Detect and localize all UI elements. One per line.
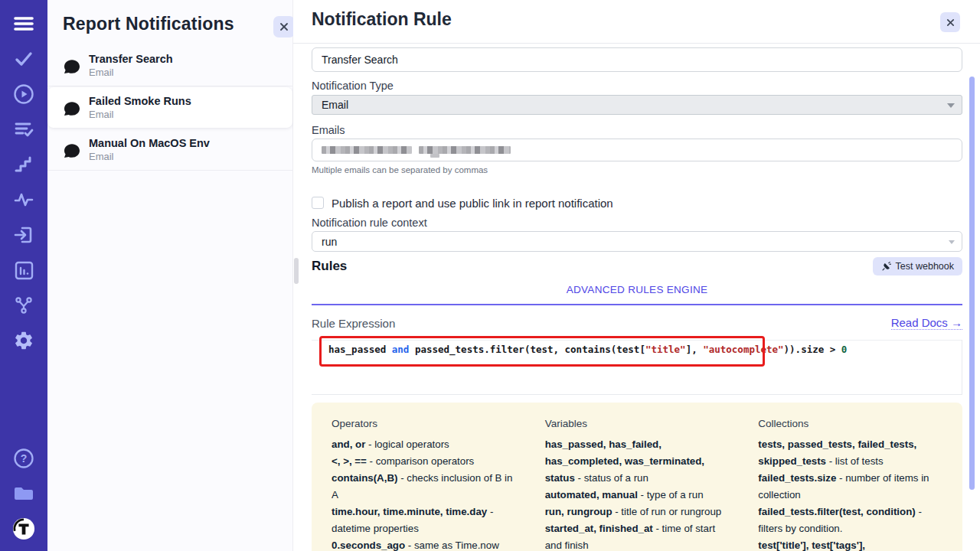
notification-item-type: Email xyxy=(89,67,173,78)
drawer-title: Report Notifications xyxy=(63,14,234,34)
context-select[interactable]: run xyxy=(312,231,962,252)
code-token-string: "autocomplete" xyxy=(703,344,783,355)
help-entry: test['title'], test['tags'], test['descr… xyxy=(758,537,942,551)
chevron-down-icon xyxy=(947,103,955,108)
notification-item-title: Failed Smoke Runs xyxy=(89,95,191,107)
notification-item-type: Email xyxy=(89,151,210,162)
form-content: Notification Type Email Emails Multiple … xyxy=(293,44,980,551)
help-entry: started_at, finished_at - time of start … xyxy=(545,520,730,551)
help-column-operators: Operatorsand, or - logical operators<, >… xyxy=(332,418,516,551)
emails-hint: Multiple emails can be separated by comm… xyxy=(312,165,962,176)
help-entry: failed_tests.size - number of items in c… xyxy=(758,470,942,504)
notification-item-type: Email xyxy=(89,109,191,120)
help-entry: failed_tests.filter(test, condition) - f… xyxy=(758,504,942,537)
rule-expression-row: Rule Expression Read Docs → xyxy=(312,316,962,330)
chat-bubble-icon xyxy=(63,57,81,74)
redacted-email-part xyxy=(322,146,412,154)
close-icon xyxy=(946,18,955,27)
notification-list: Transfer SearchEmailFailed Smoke RunsEma… xyxy=(47,45,292,171)
help-entry: has_passed, has_failed, has_completed, w… xyxy=(545,436,730,487)
help-entry: automated, manual - type of a run xyxy=(545,487,730,504)
rules-help-panel: Operatorsand, or - logical operators<, >… xyxy=(312,403,962,551)
notification-list-item[interactable]: Transfer SearchEmail xyxy=(47,45,292,86)
notification-item-title: Manual On MacOS Env xyxy=(89,137,210,149)
redacted-email-part xyxy=(419,146,511,154)
svg-text:?: ? xyxy=(21,452,28,465)
notification-rule-panel: Notification Rule Notification Type Emai… xyxy=(293,0,980,551)
context-value: run xyxy=(322,236,337,248)
help-entry: tests, passed_tests, failed_tests, skipp… xyxy=(758,436,942,470)
publish-checkbox-label: Publish a report and use public link in … xyxy=(332,197,613,210)
publish-checkbox-row[interactable]: Publish a report and use public link in … xyxy=(312,196,962,210)
notification-item-title: Transfer Search xyxy=(89,53,173,65)
app-window: ? Report Notifications Transfer SearchEm… xyxy=(0,0,980,551)
help-entry: run, rungroup - title of run or rungroup xyxy=(545,504,730,520)
rules-tabbar: ADVANCED RULES ENGINE xyxy=(312,282,962,305)
read-docs-link[interactable]: Read Docs → xyxy=(891,316,962,330)
check-icon[interactable] xyxy=(12,47,35,70)
sidebar: ? xyxy=(0,0,47,551)
rule-expression-label: Rule Expression xyxy=(312,317,395,330)
help-entry: and, or - logical operators xyxy=(332,436,516,453)
code-token-keyword: and xyxy=(392,344,410,355)
play-circle-icon[interactable] xyxy=(12,83,35,106)
bar-chart-icon[interactable] xyxy=(12,259,35,282)
sign-in-icon[interactable] xyxy=(12,223,35,246)
tab-advanced-rules-engine[interactable]: ADVANCED RULES ENGINE xyxy=(567,284,708,295)
panel-header: Notification Rule xyxy=(293,0,980,44)
list-check-icon[interactable] xyxy=(12,118,35,141)
help-column-collections: Collectionstests, passed_tests, failed_t… xyxy=(758,418,942,551)
context-label: Notification rule context xyxy=(312,217,962,230)
code-token-plain: )).size > xyxy=(784,344,841,355)
notification-list-item[interactable]: Failed Smoke RunsEmail xyxy=(47,87,292,128)
drawer-scrollbar-thumb[interactable] xyxy=(294,258,299,284)
logo-icon[interactable] xyxy=(12,517,35,540)
code-token-string: "title" xyxy=(645,344,686,355)
redacted-email-part xyxy=(430,154,439,158)
help-icon[interactable]: ? xyxy=(12,447,35,470)
emails-input[interactable] xyxy=(312,139,962,161)
close-icon xyxy=(279,22,289,31)
publish-checkbox[interactable] xyxy=(312,197,324,209)
fork-icon[interactable] xyxy=(12,294,35,317)
rule-expression-editor[interactable]: has_passed and passed_tests.filter(test,… xyxy=(312,340,962,395)
help-entry: <, >, == - comparison operators xyxy=(332,453,516,470)
help-column-title: Operators xyxy=(332,418,516,429)
help-entry: time.hour, time.minute, time.day - datet… xyxy=(332,504,516,537)
chat-bubble-icon xyxy=(63,99,81,116)
emails-label: Emails xyxy=(312,124,962,137)
help-column-variables: Variableshas_passed, has_failed, has_com… xyxy=(545,418,730,551)
panel-close-button[interactable] xyxy=(940,12,960,32)
chat-bubble-icon xyxy=(63,142,81,158)
gear-icon[interactable] xyxy=(12,329,35,352)
notification-type-label: Notification Type xyxy=(312,80,962,93)
code-token-plain: ], xyxy=(686,344,704,355)
notification-type-select[interactable]: Email xyxy=(312,95,962,115)
code-token-plain: has_passed xyxy=(328,344,392,355)
test-webhook-button[interactable]: Test webhook xyxy=(873,257,962,276)
help-entry: 0.seconds_ago - same as Time.now xyxy=(332,537,516,551)
rule-expression-code[interactable]: has_passed and passed_tests.filter(test,… xyxy=(312,340,962,358)
main-scrollbar-thumb[interactable] xyxy=(969,77,975,490)
chevron-down-icon xyxy=(949,240,955,244)
steps-icon[interactable] xyxy=(12,153,35,176)
drawer-close-button[interactable] xyxy=(273,16,295,37)
notification-list-item[interactable]: Manual On MacOS EnvEmail xyxy=(47,129,292,171)
rule-name-input[interactable] xyxy=(312,47,962,72)
rules-header-row: Rules Test webhook xyxy=(312,256,962,276)
help-column-title: Collections xyxy=(758,418,942,429)
folder-icon[interactable] xyxy=(12,482,35,505)
code-token-number: 0 xyxy=(841,344,848,355)
help-column-title: Variables xyxy=(545,418,730,429)
code-token-plain: passed_tests.filter(test, contains(test[ xyxy=(409,344,645,355)
rules-heading: Rules xyxy=(312,259,347,274)
report-notifications-drawer: Report Notifications Transfer SearchEmai… xyxy=(47,0,293,551)
test-webhook-label: Test webhook xyxy=(896,261,954,272)
notification-type-value: Email xyxy=(322,99,348,111)
drawer-header: Report Notifications xyxy=(47,0,292,45)
help-entry: contains(A,B) - checks inclusion of B in… xyxy=(332,470,516,504)
panel-title: Notification Rule xyxy=(312,9,452,30)
activity-icon[interactable] xyxy=(12,188,35,211)
menu-icon[interactable] xyxy=(12,12,35,35)
webhook-icon xyxy=(881,262,891,272)
